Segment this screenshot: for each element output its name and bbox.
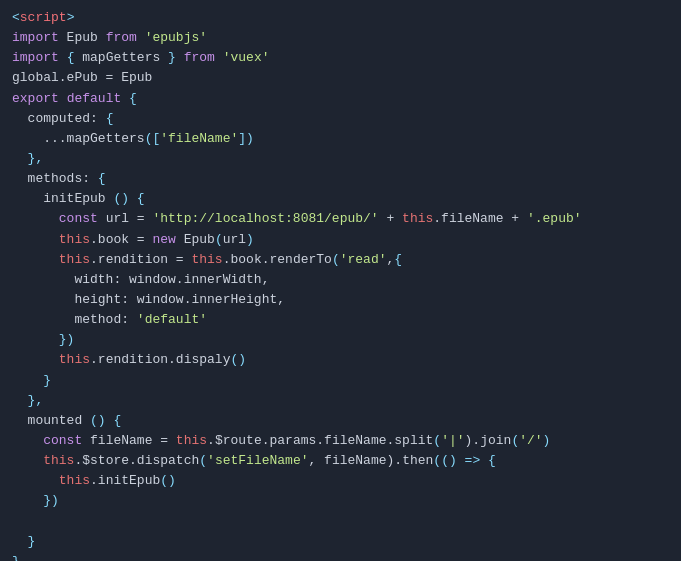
token-plain xyxy=(12,373,43,388)
token-punct: { xyxy=(129,91,137,106)
token-punct: { xyxy=(488,453,496,468)
token-punct: () xyxy=(230,352,246,367)
code-line: }, xyxy=(12,391,669,411)
token-str: '.epub' xyxy=(527,211,582,226)
token-plain: .then xyxy=(394,453,433,468)
token-punct: }, xyxy=(28,151,44,166)
token-this-kw: this xyxy=(402,211,433,226)
token-kw: export xyxy=(12,91,59,106)
token-plain xyxy=(12,433,43,448)
token-tag-bracket: > xyxy=(67,10,75,25)
code-line: this.initEpub() xyxy=(12,471,669,491)
token-str: 'http://localhost:8081/epub/' xyxy=(152,211,378,226)
token-plain: .fileName + xyxy=(433,211,527,226)
code-line: } xyxy=(12,532,669,552)
token-this-kw: this xyxy=(191,252,222,267)
token-punct: { xyxy=(394,252,402,267)
token-plain: fileName = xyxy=(82,433,176,448)
code-line: import { mapGetters } from 'vuex' xyxy=(12,48,669,68)
code-line: import Epub from 'epubjs' xyxy=(12,28,669,48)
code-line: height: window.innerHeight, xyxy=(12,290,669,310)
token-punct: ( xyxy=(433,453,441,468)
token-str: 'epubjs' xyxy=(145,30,207,45)
token-plain: initEpub xyxy=(12,191,113,206)
token-punct: ] xyxy=(238,131,246,146)
token-plain: , fileName) xyxy=(309,453,395,468)
code-line: const fileName = this.$route.params.file… xyxy=(12,431,669,451)
token-plain: + xyxy=(379,211,402,226)
code-editor: <script>import Epub from 'epubjs'import … xyxy=(0,0,681,561)
token-str: '|' xyxy=(441,433,464,448)
code-line: computed: { xyxy=(12,109,669,129)
token-plain: url = xyxy=(98,211,153,226)
token-punct: } xyxy=(28,534,36,549)
token-plain xyxy=(59,91,67,106)
token-punct: () xyxy=(90,413,106,428)
token-plain: .rendition = xyxy=(90,252,191,267)
token-plain: ...mapGetters xyxy=(12,131,145,146)
code-line: } xyxy=(12,552,669,561)
token-plain: .$route.params.fileName.split xyxy=(207,433,433,448)
code-line: this.rendition.dispaly() xyxy=(12,350,669,370)
token-plain: url xyxy=(223,232,246,247)
token-plain: global.ePub = Epub xyxy=(12,70,152,85)
token-plain xyxy=(457,453,465,468)
token-plain xyxy=(12,211,59,226)
token-plain xyxy=(121,91,129,106)
token-punct: () xyxy=(441,453,457,468)
token-plain xyxy=(12,151,28,166)
token-this-kw: this xyxy=(59,232,90,247)
token-plain: method: xyxy=(12,312,137,327)
token-punct: }, xyxy=(28,393,44,408)
token-plain: .join xyxy=(472,433,511,448)
token-punct: ) xyxy=(246,232,254,247)
token-this-kw: this xyxy=(59,352,90,367)
token-plain: mapGetters xyxy=(74,50,168,65)
token-punct: { xyxy=(106,111,114,126)
token-plain xyxy=(12,252,59,267)
token-kw: from xyxy=(184,50,215,65)
token-plain xyxy=(12,473,59,488)
code-line: const url = 'http://localhost:8081/epub/… xyxy=(12,209,669,229)
token-str: 'default' xyxy=(137,312,207,327)
token-kw: from xyxy=(106,30,137,45)
token-plain xyxy=(129,191,137,206)
code-line: }) xyxy=(12,491,669,511)
token-plain: .book.renderTo xyxy=(223,252,332,267)
token-plain: .rendition.dispaly xyxy=(90,352,230,367)
code-line: export default { xyxy=(12,89,669,109)
token-plain xyxy=(12,453,43,468)
code-line: global.ePub = Epub xyxy=(12,68,669,88)
code-line: <script> xyxy=(12,8,669,28)
token-kw: const xyxy=(43,433,82,448)
token-this-kw: this xyxy=(176,433,207,448)
token-plain xyxy=(12,493,43,508)
token-kw: import xyxy=(12,50,59,65)
token-punct: ( xyxy=(215,232,223,247)
code-line: initEpub () { xyxy=(12,189,669,209)
code-line xyxy=(12,512,669,532)
code-line: }) xyxy=(12,330,669,350)
token-plain xyxy=(12,393,28,408)
token-punct: } xyxy=(12,554,20,561)
token-plain: .initEpub xyxy=(90,473,160,488)
token-this-kw: this xyxy=(59,473,90,488)
token-plain xyxy=(176,50,184,65)
token-tag-bracket: < xyxy=(12,10,20,25)
token-plain: computed: xyxy=(12,111,106,126)
token-punct: ( xyxy=(433,433,441,448)
token-str: 'read' xyxy=(340,252,387,267)
token-punct: }) xyxy=(43,493,59,508)
token-plain: height: window.innerHeight, xyxy=(12,292,285,307)
token-plain xyxy=(137,30,145,45)
code-line: this.$store.dispatch('setFileName', file… xyxy=(12,451,669,471)
token-kw: new xyxy=(152,232,175,247)
code-line: methods: { xyxy=(12,169,669,189)
token-plain xyxy=(480,453,488,468)
token-punct: } xyxy=(168,50,176,65)
token-plain xyxy=(12,352,59,367)
token-plain: width: window.innerWidth, xyxy=(12,272,269,287)
token-plain: methods: xyxy=(12,171,98,186)
token-kw: const xyxy=(59,211,98,226)
token-punct: ) xyxy=(543,433,551,448)
